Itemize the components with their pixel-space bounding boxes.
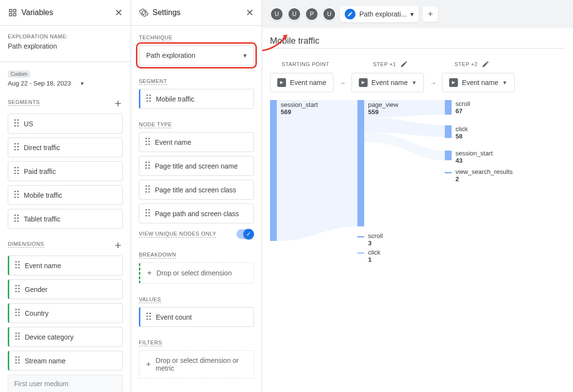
dimension-chip[interactable]: Stream name — [8, 351, 123, 371]
nodetype-label: NODE TYPE — [139, 121, 172, 128]
sankey-node[interactable] — [357, 236, 364, 238]
svg-point-68 — [146, 141, 147, 142]
svg-point-23 — [17, 197, 19, 198]
step-start-chip[interactable]: Event name — [270, 73, 334, 92]
dimension-placeholder[interactable]: First user medium — [8, 375, 123, 392]
tab-u[interactable]: U — [287, 7, 301, 21]
drag-handle-icon — [15, 308, 20, 318]
svg-point-17 — [17, 173, 19, 174]
caret-down-icon: ▾ — [81, 80, 84, 87]
svg-point-3 — [17, 122, 19, 124]
technique-dropdown[interactable]: Path exploration ▾ — [139, 45, 254, 66]
svg-point-42 — [16, 309, 17, 310]
nodetype-chip[interactable]: Page path and screen class — [139, 204, 254, 223]
svg-point-2 — [15, 122, 16, 124]
sankey-node[interactable] — [357, 100, 364, 226]
svg-point-86 — [146, 212, 147, 214]
svg-point-52 — [16, 339, 17, 340]
filters-dropzone[interactable]: +Drop or select dimension or metric — [139, 350, 254, 378]
sankey-node[interactable] — [445, 125, 452, 138]
arrow-right-icon: → — [430, 79, 436, 86]
svg-point-74 — [146, 165, 147, 166]
values-label: VALUES — [139, 296, 161, 303]
segment-chip[interactable]: US — [8, 114, 123, 134]
breakdown-label: BREAKDOWN — [139, 252, 176, 258]
drag-handle-icon — [15, 356, 20, 365]
caret-down-icon: ▾ — [410, 10, 414, 18]
date-badge: Custom — [8, 70, 30, 78]
svg-point-41 — [18, 291, 20, 292]
drag-handle-icon — [14, 214, 19, 223]
svg-point-12 — [15, 167, 16, 169]
nodetype-chip[interactable]: Page title and screen name — [139, 156, 254, 176]
exploration-name-input[interactable]: Path exploration — [8, 42, 123, 50]
date-range-picker[interactable]: Aug 22 - Sep 18, 2023 ▾ — [8, 80, 123, 87]
close-variables-button[interactable]: ✕ — [115, 8, 123, 17]
segment-applied-chip[interactable]: Mobile traffic — [139, 89, 254, 109]
sankey-node[interactable] — [445, 100, 452, 115]
settings-title: Settings — [152, 8, 181, 17]
svg-point-29 — [17, 221, 19, 222]
add-dimension-button[interactable] — [113, 240, 123, 252]
svg-point-59 — [18, 362, 20, 364]
svg-point-20 — [15, 194, 16, 195]
svg-point-72 — [146, 162, 147, 163]
pencil-icon[interactable] — [400, 60, 408, 68]
svg-point-91 — [150, 313, 151, 314]
tab-p[interactable]: P — [305, 7, 319, 21]
svg-point-9 — [17, 146, 19, 148]
close-settings-button[interactable]: ✕ — [246, 8, 254, 17]
step-1-chip[interactable]: Event name▼ — [352, 73, 424, 92]
segment-label: SEGMENT — [139, 78, 167, 85]
svg-point-69 — [149, 141, 150, 142]
svg-point-5 — [17, 125, 19, 127]
sankey-node[interactable] — [357, 253, 364, 254]
svg-point-53 — [18, 339, 20, 340]
canvas-title[interactable]: Mobile traffic — [270, 36, 565, 49]
segment-chip[interactable]: Direct traffic — [8, 137, 123, 157]
svg-point-58 — [16, 362, 17, 364]
tab-u[interactable]: U — [322, 7, 336, 21]
segment-chip[interactable]: Mobile traffic — [8, 185, 123, 205]
svg-point-83 — [149, 191, 150, 193]
dimension-chip[interactable]: Device category — [8, 327, 123, 347]
pencil-icon[interactable] — [482, 60, 489, 68]
tab-u[interactable]: U — [270, 7, 284, 21]
sankey-node[interactable] — [445, 151, 452, 160]
svg-point-89 — [149, 215, 150, 217]
svg-point-36 — [16, 285, 17, 287]
svg-point-82 — [146, 191, 147, 193]
breakdown-dropzone[interactable]: +Drop or select dimension — [139, 262, 254, 284]
settings-header: Settings ✕ — [131, 0, 262, 26]
sankey-links — [270, 100, 542, 294]
drag-handle-icon — [15, 261, 20, 270]
svg-point-11 — [17, 149, 19, 151]
svg-point-7 — [17, 143, 19, 145]
dimension-chip[interactable]: Gender — [8, 279, 123, 299]
nodetype-chip[interactable]: Event name — [139, 132, 254, 152]
svg-point-46 — [16, 315, 17, 316]
svg-point-18 — [15, 191, 16, 192]
svg-point-76 — [146, 168, 147, 169]
nodetype-chip[interactable]: Page title and screen class — [139, 180, 254, 200]
add-tab-button[interactable]: + — [422, 6, 438, 22]
values-chip[interactable]: Event count — [139, 307, 254, 327]
segment-chip[interactable]: Paid traffic — [8, 161, 123, 181]
step-2-chip[interactable]: Event name▼ — [442, 73, 515, 92]
dimension-chip[interactable]: Country — [8, 303, 123, 323]
svg-point-62 — [147, 98, 148, 99]
variables-header: Variables ✕ — [0, 0, 131, 26]
add-segment-button[interactable] — [113, 99, 123, 110]
svg-point-94 — [147, 319, 148, 320]
tab-active[interactable]: Path explorati... ▾ — [340, 6, 419, 22]
sankey-node[interactable] — [270, 100, 277, 241]
unique-nodes-toggle[interactable] — [236, 229, 254, 239]
dimension-chip[interactable]: Event name — [8, 256, 123, 275]
caret-down-icon: ▾ — [243, 51, 247, 59]
svg-point-15 — [17, 170, 19, 171]
sankey-node[interactable] — [445, 172, 452, 173]
tabs-row: U U P U Path explorati... ▾ + — [262, 0, 573, 28]
svg-point-80 — [146, 188, 147, 190]
segment-chip[interactable]: Tablet traffic — [8, 209, 123, 229]
svg-point-24 — [15, 215, 16, 216]
